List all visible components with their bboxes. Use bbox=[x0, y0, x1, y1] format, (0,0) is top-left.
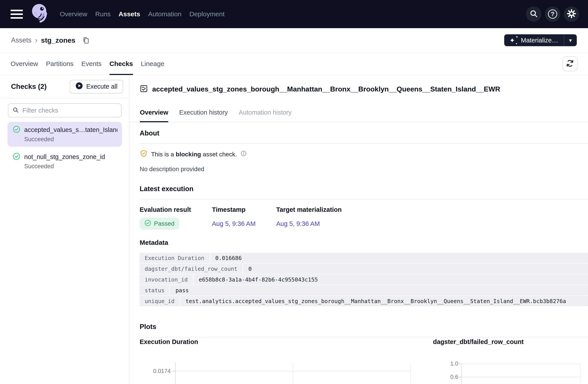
metadata-key: Execution Duration bbox=[140, 253, 209, 263]
status-badge: Passed bbox=[140, 218, 179, 230]
metadata-key: status bbox=[140, 285, 169, 295]
y-axis-line bbox=[175, 362, 176, 384]
list-item-not-null[interactable]: not_null_stg_zones_zone_id Succeeded bbox=[7, 149, 122, 174]
latest-execution-headers: Evaluation result Timestamp Target mater… bbox=[140, 206, 588, 213]
list-item-accepted-values[interactable]: accepted_values_s…taten_Island_ Succeede… bbox=[7, 122, 122, 147]
column-evaluation-result: Evaluation result bbox=[140, 206, 212, 213]
nav-overview[interactable]: Overview bbox=[60, 10, 87, 18]
gridline bbox=[410, 363, 411, 384]
nav-automation[interactable]: Automation bbox=[148, 10, 181, 18]
metadata-table: Execution Duration 0.016686 dagster_dbt/… bbox=[140, 253, 588, 306]
execute-all-label: Execute all bbox=[86, 83, 117, 90]
check-circle-icon bbox=[13, 126, 20, 134]
nav-deployment[interactable]: Deployment bbox=[189, 10, 225, 18]
filter-checks-box bbox=[8, 103, 122, 117]
dagster-logo-icon[interactable] bbox=[29, 2, 50, 26]
refresh-button[interactable] bbox=[563, 56, 577, 71]
metadata-key: invocation_id bbox=[140, 275, 193, 285]
description-text: No description provided bbox=[140, 166, 588, 173]
gridline bbox=[462, 363, 581, 364]
help-icon: ? bbox=[548, 9, 557, 19]
latest-execution-values: Passed Aug 5, 9:36 AM Aug 5, 9:36 AM bbox=[140, 218, 588, 230]
asset-tabs: Overview Partitions Events Checks Lineag… bbox=[0, 53, 588, 75]
tab-checks[interactable]: Checks bbox=[109, 53, 133, 75]
check-circle-icon bbox=[13, 153, 20, 161]
check-title-row: accepted_values_stg_zones_borough__Manha… bbox=[129, 75, 588, 103]
page-header: Assets › stg_zones ✦✦✦ Materialize… ▾ bbox=[0, 28, 588, 53]
column-timestamp: Timestamp bbox=[212, 206, 276, 213]
materialize-label: Materialize… bbox=[521, 37, 558, 44]
y-axis-tick-label: 1.0 bbox=[438, 360, 458, 367]
check-status: Succeeded bbox=[24, 163, 117, 170]
materialize-button[interactable]: ✦✦✦ Materialize… bbox=[504, 34, 564, 46]
metadata-value: test.analytics.accepted_values_stg_zones… bbox=[180, 296, 588, 306]
table-row: unique_id test.analytics.accepted_values… bbox=[140, 296, 588, 306]
tab-events[interactable]: Events bbox=[81, 53, 102, 75]
gridline bbox=[462, 377, 581, 377]
dagster-app: Overview Runs Assets Automation Deployme… bbox=[0, 0, 588, 384]
check-circle-icon bbox=[145, 220, 151, 228]
top-nav-items: Overview Runs Assets Automation Deployme… bbox=[60, 10, 225, 18]
y-axis-tick-label: 0.0174 bbox=[140, 368, 171, 375]
sparkles-icon: ✦✦✦ bbox=[510, 37, 517, 44]
play-circle-icon bbox=[75, 82, 83, 91]
plots-heading: Plots bbox=[140, 323, 588, 331]
check-detail-tabs: Overview Execution history Automation hi… bbox=[129, 103, 588, 122]
nav-assets[interactable]: Assets bbox=[119, 10, 140, 18]
section-divider bbox=[140, 199, 588, 199]
filter-checks-input[interactable] bbox=[22, 107, 117, 114]
metadata-key: unique_id bbox=[140, 296, 179, 306]
checks-sidebar-header: Checks (2) Execute all bbox=[0, 75, 129, 98]
search-icon bbox=[12, 107, 19, 114]
search-button[interactable] bbox=[526, 6, 541, 22]
execute-all-button[interactable]: Execute all bbox=[70, 80, 123, 93]
y-axis-tick-label: 0.6 bbox=[438, 373, 458, 380]
metadata-value: 0.016686 bbox=[210, 253, 588, 263]
search-icon bbox=[529, 9, 538, 19]
materialize-split-button: ✦✦✦ Materialize… ▾ bbox=[504, 34, 577, 46]
check-detail-panel: accepted_values_stg_zones_borough__Manha… bbox=[129, 75, 588, 384]
settings-button[interactable] bbox=[564, 6, 579, 22]
tab-partitions[interactable]: Partitions bbox=[46, 53, 73, 75]
metadata-value: pass bbox=[170, 285, 588, 295]
breadcrumb-assets-link[interactable]: Assets bbox=[11, 36, 31, 44]
y-axis-line bbox=[461, 364, 462, 384]
latest-execution-heading: Latest execution bbox=[140, 185, 588, 193]
subtab-execution-history[interactable]: Execution history bbox=[179, 103, 228, 122]
caret-down-icon: ▾ bbox=[569, 37, 572, 43]
top-nav: Overview Runs Assets Automation Deployme… bbox=[0, 0, 588, 28]
section-divider bbox=[140, 143, 588, 144]
body: Checks (2) Execute all bbox=[0, 75, 588, 384]
status-badge-label: Passed bbox=[154, 220, 174, 227]
top-nav-actions: ? bbox=[526, 6, 579, 22]
materialize-dropdown-button[interactable]: ▾ bbox=[564, 34, 577, 46]
metadata-value: e658b8c8-3a1a-4b4f-82b6-4c955043c155 bbox=[194, 275, 588, 285]
info-icon[interactable] bbox=[241, 150, 247, 158]
hamburger-menu-icon[interactable] bbox=[11, 10, 23, 19]
shield-check-icon bbox=[140, 149, 147, 159]
tab-lineage[interactable]: Lineage bbox=[141, 53, 165, 75]
section-divider bbox=[140, 337, 588, 337]
checks-list: accepted_values_s…taten_Island_ Succeede… bbox=[0, 121, 129, 174]
page-title: stg_zones bbox=[41, 36, 75, 44]
target-materialization-link[interactable]: Aug 5, 9:36 AM bbox=[276, 220, 320, 227]
subtab-automation-history: Automation history bbox=[239, 103, 292, 122]
table-row: invocation_id e658b8c8-3a1a-4b4f-82b6-4c… bbox=[140, 275, 588, 285]
tab-overview[interactable]: Overview bbox=[11, 53, 38, 75]
subtab-overview[interactable]: Overview bbox=[140, 103, 168, 122]
check-name: accepted_values_s…taten_Island_ bbox=[24, 126, 117, 133]
breadcrumb: Assets › stg_zones bbox=[11, 36, 90, 44]
check-status: Succeeded bbox=[24, 136, 117, 143]
nav-runs[interactable]: Runs bbox=[95, 10, 111, 18]
column-target-materialization: Target materialization bbox=[276, 206, 342, 213]
checks-sidebar: Checks (2) Execute all bbox=[0, 75, 129, 384]
refresh-icon bbox=[566, 59, 574, 69]
metadata-key: dagster_dbt/failed_row_count bbox=[140, 264, 242, 274]
copy-icon[interactable] bbox=[82, 36, 90, 44]
check-name: not_null_stg_zones_zone_id bbox=[24, 153, 117, 161]
blocking-note: This is a blocking asset check. bbox=[140, 149, 588, 159]
check-title: accepted_values_stg_zones_borough__Manha… bbox=[152, 85, 500, 93]
timestamp-link[interactable]: Aug 5, 9:36 AM bbox=[212, 220, 255, 227]
checks-count-title: Checks (2) bbox=[11, 83, 47, 91]
help-button[interactable]: ? bbox=[545, 6, 560, 22]
